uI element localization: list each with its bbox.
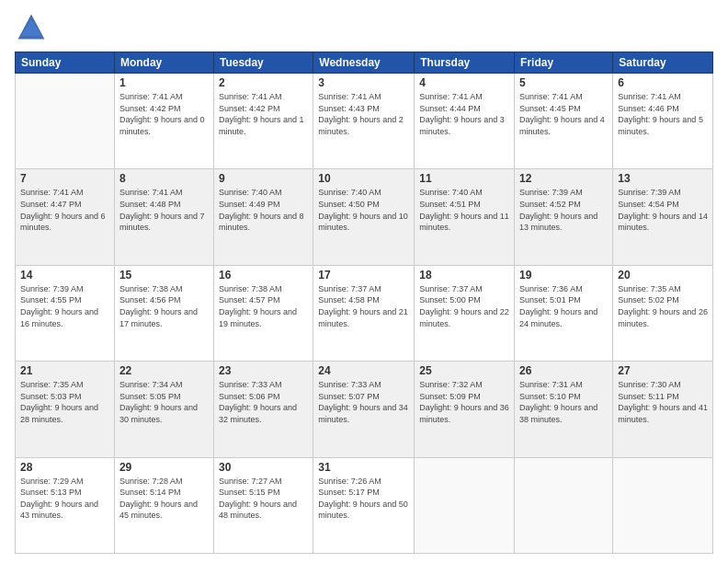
cal-cell [16, 74, 115, 169]
calendar-table: SundayMondayTuesdayWednesdayThursdayFrid… [15, 52, 713, 554]
logo-icon [15, 11, 48, 44]
day-number: 5 [519, 76, 608, 89]
day-number: 19 [519, 269, 608, 282]
day-number: 27 [618, 364, 708, 377]
cal-cell: 25 Sunrise: 7:32 AMSunset: 5:09 PMDaylig… [415, 362, 515, 457]
cell-info: Sunrise: 7:41 AMSunset: 4:43 PMDaylight:… [318, 92, 404, 136]
cell-info: Sunrise: 7:39 AMSunset: 4:54 PMDaylight:… [618, 188, 708, 232]
day-number: 3 [318, 76, 409, 89]
day-number: 31 [318, 461, 409, 474]
day-header-tuesday: Tuesday [213, 52, 313, 74]
cell-info: Sunrise: 7:31 AMSunset: 5:10 PMDaylight:… [519, 380, 597, 424]
cell-info: Sunrise: 7:41 AMSunset: 4:46 PMDaylight:… [618, 92, 703, 136]
cal-cell: 26 Sunrise: 7:31 AMSunset: 5:10 PMDaylig… [515, 362, 613, 457]
week-row-2: 7 Sunrise: 7:41 AMSunset: 4:47 PMDayligh… [16, 169, 713, 265]
week-row-4: 21 Sunrise: 7:35 AMSunset: 5:03 PMDaylig… [16, 362, 713, 457]
logo [15, 11, 50, 44]
cell-info: Sunrise: 7:37 AMSunset: 5:00 PMDaylight:… [419, 284, 509, 328]
day-number: 22 [119, 364, 209, 377]
day-number: 14 [20, 269, 109, 282]
day-number: 6 [618, 76, 708, 89]
day-number: 26 [519, 364, 608, 377]
day-number: 2 [219, 76, 308, 89]
cal-cell [515, 457, 613, 553]
day-number: 4 [419, 76, 509, 89]
header-row: SundayMondayTuesdayWednesdayThursdayFrid… [16, 52, 713, 74]
cell-info: Sunrise: 7:35 AMSunset: 5:02 PMDaylight:… [618, 284, 708, 328]
cell-info: Sunrise: 7:37 AMSunset: 4:58 PMDaylight:… [318, 284, 408, 328]
day-number: 12 [519, 172, 608, 185]
cell-info: Sunrise: 7:41 AMSunset: 4:47 PMDaylight:… [20, 188, 106, 232]
cell-info: Sunrise: 7:32 AMSunset: 5:09 PMDaylight:… [419, 380, 509, 424]
day-number: 23 [219, 364, 308, 377]
cell-info: Sunrise: 7:27 AMSunset: 5:15 PMDaylight:… [219, 477, 297, 521]
cell-info: Sunrise: 7:41 AMSunset: 4:44 PMDaylight:… [419, 92, 505, 136]
week-row-1: 1 Sunrise: 7:41 AMSunset: 4:42 PMDayligh… [16, 74, 713, 169]
cal-cell: 1 Sunrise: 7:41 AMSunset: 4:42 PMDayligh… [114, 74, 213, 169]
cal-cell: 2 Sunrise: 7:41 AMSunset: 4:42 PMDayligh… [213, 74, 313, 169]
cell-info: Sunrise: 7:41 AMSunset: 4:42 PMDaylight:… [219, 92, 304, 136]
cal-cell: 8 Sunrise: 7:41 AMSunset: 4:48 PMDayligh… [114, 169, 213, 265]
cal-cell: 3 Sunrise: 7:41 AMSunset: 4:43 PMDayligh… [313, 74, 415, 169]
cal-cell: 20 Sunrise: 7:35 AMSunset: 5:02 PMDaylig… [613, 265, 713, 361]
day-number: 28 [20, 461, 109, 474]
cal-cell: 6 Sunrise: 7:41 AMSunset: 4:46 PMDayligh… [613, 74, 713, 169]
cell-info: Sunrise: 7:41 AMSunset: 4:48 PMDaylight:… [119, 188, 205, 232]
cal-cell: 29 Sunrise: 7:28 AMSunset: 5:14 PMDaylig… [114, 457, 213, 553]
cal-cell: 19 Sunrise: 7:36 AMSunset: 5:01 PMDaylig… [515, 265, 613, 361]
week-row-5: 28 Sunrise: 7:29 AMSunset: 5:13 PMDaylig… [16, 457, 713, 553]
cal-cell [613, 457, 713, 553]
day-header-sunday: Sunday [16, 52, 115, 74]
day-header-saturday: Saturday [613, 52, 713, 74]
day-number: 18 [419, 269, 509, 282]
day-number: 24 [318, 364, 409, 377]
cal-cell: 10 Sunrise: 7:40 AMSunset: 4:50 PMDaylig… [313, 169, 415, 265]
cal-cell: 31 Sunrise: 7:26 AMSunset: 5:17 PMDaylig… [313, 457, 415, 553]
cal-cell [415, 457, 515, 553]
cell-info: Sunrise: 7:41 AMSunset: 4:45 PMDaylight:… [519, 92, 605, 136]
cal-cell: 24 Sunrise: 7:33 AMSunset: 5:07 PMDaylig… [313, 362, 415, 457]
cal-cell: 12 Sunrise: 7:39 AMSunset: 4:52 PMDaylig… [515, 169, 613, 265]
cal-cell: 28 Sunrise: 7:29 AMSunset: 5:13 PMDaylig… [16, 457, 115, 553]
cell-info: Sunrise: 7:33 AMSunset: 5:07 PMDaylight:… [318, 380, 408, 424]
day-number: 8 [119, 172, 209, 185]
header [15, 11, 713, 44]
cal-cell: 13 Sunrise: 7:39 AMSunset: 4:54 PMDaylig… [613, 169, 713, 265]
cell-info: Sunrise: 7:38 AMSunset: 4:57 PMDaylight:… [219, 284, 297, 328]
cal-cell: 15 Sunrise: 7:38 AMSunset: 4:56 PMDaylig… [114, 265, 213, 361]
cell-info: Sunrise: 7:34 AMSunset: 5:05 PMDaylight:… [119, 380, 198, 424]
cell-info: Sunrise: 7:30 AMSunset: 5:11 PMDaylight:… [618, 380, 708, 424]
cal-cell: 4 Sunrise: 7:41 AMSunset: 4:44 PMDayligh… [415, 74, 515, 169]
cell-info: Sunrise: 7:41 AMSunset: 4:42 PMDaylight:… [119, 92, 205, 136]
cal-cell: 21 Sunrise: 7:35 AMSunset: 5:03 PMDaylig… [16, 362, 115, 457]
cal-cell: 18 Sunrise: 7:37 AMSunset: 5:00 PMDaylig… [415, 265, 515, 361]
cal-cell: 30 Sunrise: 7:27 AMSunset: 5:15 PMDaylig… [213, 457, 313, 553]
day-number: 30 [219, 461, 308, 474]
day-number: 20 [618, 269, 708, 282]
day-number: 13 [618, 172, 708, 185]
cell-info: Sunrise: 7:38 AMSunset: 4:56 PMDaylight:… [119, 284, 198, 328]
cal-cell: 23 Sunrise: 7:33 AMSunset: 5:06 PMDaylig… [213, 362, 313, 457]
day-header-wednesday: Wednesday [313, 52, 415, 74]
week-row-3: 14 Sunrise: 7:39 AMSunset: 4:55 PMDaylig… [16, 265, 713, 361]
page: SundayMondayTuesdayWednesdayThursdayFrid… [0, 0, 728, 563]
cell-info: Sunrise: 7:28 AMSunset: 5:14 PMDaylight:… [119, 477, 198, 521]
day-number: 15 [119, 269, 209, 282]
cal-cell: 27 Sunrise: 7:30 AMSunset: 5:11 PMDaylig… [613, 362, 713, 457]
cell-info: Sunrise: 7:40 AMSunset: 4:51 PMDaylight:… [419, 188, 509, 232]
cal-cell: 7 Sunrise: 7:41 AMSunset: 4:47 PMDayligh… [16, 169, 115, 265]
cell-info: Sunrise: 7:40 AMSunset: 4:50 PMDaylight:… [318, 188, 408, 232]
cell-info: Sunrise: 7:36 AMSunset: 5:01 PMDaylight:… [519, 284, 597, 328]
cell-info: Sunrise: 7:39 AMSunset: 4:55 PMDaylight:… [20, 284, 98, 328]
day-number: 1 [119, 76, 209, 89]
cell-info: Sunrise: 7:33 AMSunset: 5:06 PMDaylight:… [219, 380, 297, 424]
day-number: 21 [20, 364, 109, 377]
cell-info: Sunrise: 7:29 AMSunset: 5:13 PMDaylight:… [20, 477, 98, 521]
day-number: 10 [318, 172, 409, 185]
cell-info: Sunrise: 7:26 AMSunset: 5:17 PMDaylight:… [318, 477, 408, 521]
day-header-friday: Friday [515, 52, 613, 74]
day-number: 25 [419, 364, 509, 377]
cal-cell: 16 Sunrise: 7:38 AMSunset: 4:57 PMDaylig… [213, 265, 313, 361]
day-number: 29 [119, 461, 209, 474]
day-number: 9 [219, 172, 308, 185]
